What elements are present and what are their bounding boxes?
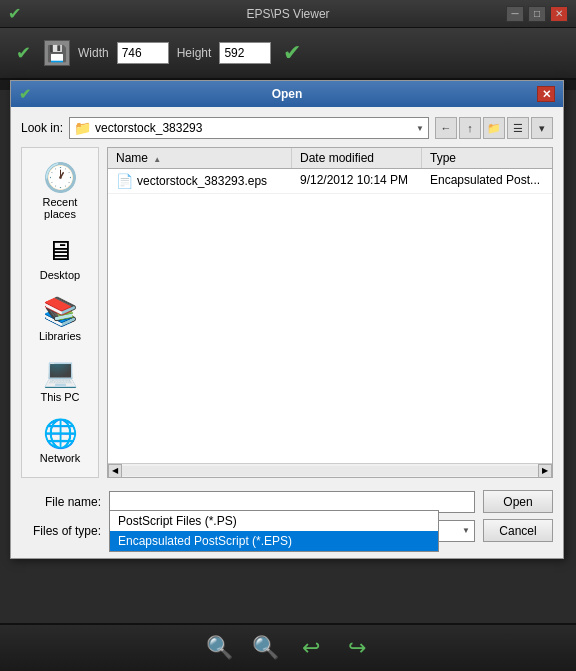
floppy-icon: 💾 — [47, 44, 67, 63]
zoom-in-button[interactable]: 🔍 — [204, 633, 234, 663]
maximize-button[interactable]: □ — [528, 6, 546, 22]
file-type-icon: 📄 — [116, 173, 133, 189]
file-type-arrow: ▼ — [462, 526, 470, 535]
checkmark2-icon[interactable]: ✔ — [283, 40, 301, 66]
dropdown-option-ps[interactable]: PostScript Files (*.PS) — [110, 511, 438, 531]
dialog-app-icon: ✔ — [19, 86, 31, 102]
file-list-header: Name ▲ Date modified Type — [108, 148, 552, 169]
sidebar-item-libraries[interactable]: 📚 Libraries — [25, 290, 95, 347]
desktop-icon: 🖥 — [46, 234, 74, 267]
look-in-dropdown[interactable]: 📁 vectorstock_383293 ▼ — [69, 117, 429, 139]
zoom-out-button[interactable]: 🔍 — [250, 633, 280, 663]
libraries-icon: 📚 — [43, 295, 78, 328]
main-window: ✔ EPS\PS Viewer ─ □ ✕ ✔ 💾 Width Height ✔… — [0, 0, 576, 671]
width-label: Width — [78, 46, 109, 60]
sidebar-label-network: Network — [40, 452, 80, 464]
title-controls: ─ □ ✕ — [506, 6, 568, 22]
zoom-out-icon: 🔍 — [252, 635, 279, 661]
sort-arrow: ▲ — [153, 155, 161, 164]
dialog-close-button[interactable]: ✕ — [537, 86, 555, 102]
col-header-date[interactable]: Date modified — [292, 148, 422, 168]
sidebar: 🕐 Recent places 🖥 Desktop 📚 Libraries 💻 … — [21, 147, 99, 478]
thispc-icon: 💻 — [43, 356, 78, 389]
file-name-cell: 📄 vectorstock_383293.eps — [108, 171, 292, 191]
open-button[interactable]: Open — [483, 490, 553, 513]
nav-new-folder-button[interactable]: 📁 — [483, 117, 505, 139]
cancel-button[interactable]: Cancel — [483, 519, 553, 542]
file-browser: 🕐 Recent places 🖥 Desktop 📚 Libraries 💻 … — [21, 147, 553, 478]
file-date-cell: 9/12/2012 10:14 PM — [292, 171, 422, 191]
file-type-cell: Encapsulated Post... — [422, 171, 552, 191]
form-area: File name: Open Files of type: Encapsula… — [21, 486, 553, 542]
dialog-title: Open — [37, 87, 537, 101]
rotate-right-button[interactable]: ↪ — [342, 633, 372, 663]
col-header-name[interactable]: Name ▲ — [108, 148, 292, 168]
sidebar-item-recent[interactable]: 🕐 Recent places — [25, 156, 95, 225]
scroll-track[interactable] — [122, 466, 538, 476]
height-input[interactable] — [219, 42, 271, 64]
look-in-arrow: ▼ — [416, 124, 424, 133]
height-label: Height — [177, 46, 212, 60]
dialog-content: Look in: 📁 vectorstock_383293 ▼ ← ↑ 📁 ☰ … — [11, 107, 563, 558]
dialog-title-bar: ✔ Open ✕ — [11, 81, 563, 107]
folder-icon: 📁 — [74, 120, 91, 136]
sidebar-label-recent: Recent places — [28, 196, 92, 220]
width-input[interactable] — [117, 42, 169, 64]
scroll-right-button[interactable]: ▶ — [538, 464, 552, 478]
window-title: EPS\PS Viewer — [0, 7, 576, 21]
file-name-label: File name: — [21, 495, 101, 509]
dropdown-option-eps[interactable]: Encapsulated PostScript (*.EPS) — [110, 531, 438, 551]
title-bar: ✔ EPS\PS Viewer ─ □ ✕ — [0, 0, 576, 28]
sidebar-label-thispc: This PC — [40, 391, 79, 403]
file-type-label: Files of type: — [21, 524, 101, 538]
nav-up-button[interactable]: ↑ — [459, 117, 481, 139]
file-name: vectorstock_383293.eps — [137, 174, 267, 188]
look-in-row: Look in: 📁 vectorstock_383293 ▼ ← ↑ 📁 ☰ … — [21, 117, 553, 139]
scroll-left-button[interactable]: ◀ — [108, 464, 122, 478]
nav-back-button[interactable]: ← — [435, 117, 457, 139]
sidebar-label-desktop: Desktop — [40, 269, 80, 281]
col-header-type[interactable]: Type — [422, 148, 552, 168]
network-icon: 🌐 — [43, 417, 78, 450]
nav-extra-button[interactable]: ▾ — [531, 117, 553, 139]
minimize-button[interactable]: ─ — [506, 6, 524, 22]
file-list-container: Name ▲ Date modified Type � — [107, 147, 553, 478]
rotate-left-button[interactable]: ↩ — [296, 633, 326, 663]
look-in-nav: ← ↑ 📁 ☰ ▾ — [435, 117, 553, 139]
file-type-row: Files of type: Encapsulated PostScript (… — [21, 519, 553, 542]
window-close-button[interactable]: ✕ — [550, 6, 568, 22]
recent-places-icon: 🕐 — [43, 161, 78, 194]
look-in-label: Look in: — [21, 121, 63, 135]
nav-views-button[interactable]: ☰ — [507, 117, 529, 139]
zoom-in-icon: 🔍 — [206, 635, 233, 661]
sidebar-item-desktop[interactable]: 🖥 Desktop — [25, 229, 95, 286]
save-button[interactable]: 💾 — [44, 40, 70, 66]
sidebar-item-network[interactable]: 🌐 Network — [25, 412, 95, 469]
sidebar-label-libraries: Libraries — [39, 330, 81, 342]
rotate-right-icon: ↪ — [348, 635, 366, 661]
table-row[interactable]: 📄 vectorstock_383293.eps 9/12/2012 10:14… — [108, 169, 552, 194]
horizontal-scrollbar[interactable]: ◀ ▶ — [108, 463, 552, 477]
file-type-options-list: PostScript Files (*.PS) Encapsulated Pos… — [109, 510, 439, 552]
rotate-left-icon: ↩ — [302, 635, 320, 661]
toolbar: ✔ 💾 Width Height ✔ — [0, 28, 576, 80]
title-bar-left: ✔ — [8, 4, 21, 23]
bottom-bar: 🔍 🔍 ↩ ↪ — [0, 623, 576, 671]
sidebar-item-thispc[interactable]: 💻 This PC — [25, 351, 95, 408]
app-icon: ✔ — [8, 4, 21, 23]
file-list-body: 📄 vectorstock_383293.eps 9/12/2012 10:14… — [108, 169, 552, 463]
look-in-value: vectorstock_383293 — [95, 121, 202, 135]
open-dialog: ✔ Open ✕ Look in: 📁 vectorstock_383293 ▼… — [10, 80, 564, 559]
checkmark1-icon[interactable]: ✔ — [10, 40, 36, 66]
